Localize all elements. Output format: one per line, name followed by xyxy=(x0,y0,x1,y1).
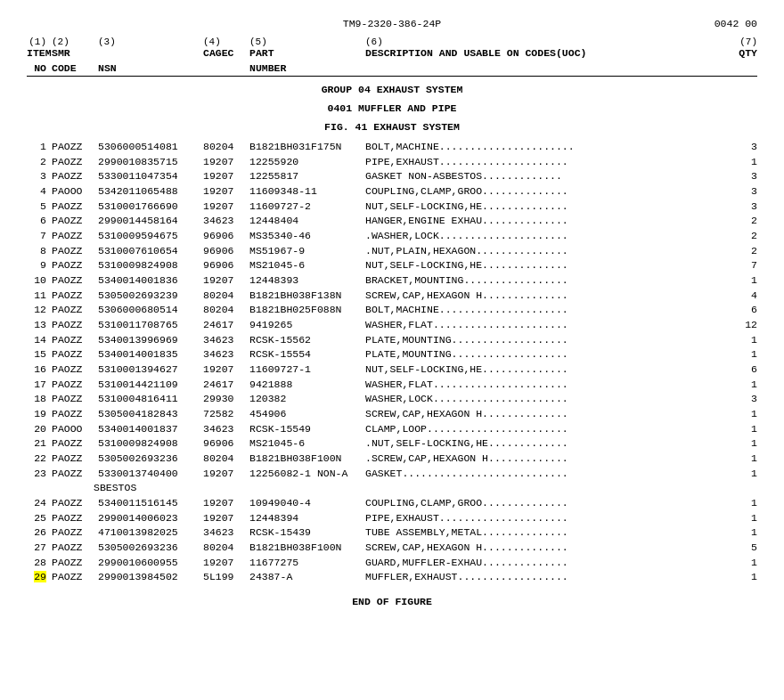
quantity: 1 xyxy=(731,378,757,393)
part-number: RCSK-15439 xyxy=(249,525,355,541)
col-num-6: (6) xyxy=(355,37,731,47)
smr-code: PAOZZ xyxy=(52,525,98,541)
col-num-3: (3) xyxy=(98,37,203,47)
nsn: 5340014001836 xyxy=(98,273,203,289)
col-label-desc: DESCRIPTION AND USABLE ON CODES(UOC) xyxy=(355,47,731,59)
part-number: MS21045-6 xyxy=(249,258,355,273)
smr-code: PAOZZ xyxy=(52,496,98,511)
item-number: 3 xyxy=(27,169,52,184)
col-label-qty2 xyxy=(731,62,757,74)
part-number: 11609348-11 xyxy=(249,184,355,199)
part-number: 11677275 xyxy=(249,556,355,571)
description: COUPLING,CLAMP,GROO.............. xyxy=(355,496,731,511)
group-title: GROUP 04 EXHAUST SYSTEM xyxy=(27,84,757,95)
table-row: 8PAOZZ531000761065496906MS51967-9.NUT,PL… xyxy=(27,244,757,259)
nsn: 5310009594675 xyxy=(98,229,203,244)
item-number: 1 xyxy=(27,140,52,155)
smr-code: PAOZZ xyxy=(52,199,98,215)
smr-code: PAOZZ xyxy=(52,436,98,452)
smr-code: PAOZZ xyxy=(52,511,98,526)
part-number: 11609727-1 xyxy=(249,362,355,378)
cagec: 5L199 xyxy=(203,570,249,585)
table-row: 22PAOZZ530500269323680204B1821BH038F100N… xyxy=(27,452,757,467)
cagec: 19207 xyxy=(203,511,249,526)
cagec: 24617 xyxy=(203,378,249,393)
table-row: 7PAOZZ531000959467596906MS35340-46.WASHE… xyxy=(27,229,757,244)
quantity: 5 xyxy=(731,541,757,556)
item-number: 23 xyxy=(27,467,52,482)
description: PLATE,MOUNTING................... xyxy=(355,347,731,362)
table-row: 21PAOZZ531000982490896906MS21045-6.NUT,S… xyxy=(27,436,757,452)
part-number: B1821BH038F100N xyxy=(249,452,355,467)
nsn: 5310001766690 xyxy=(98,199,203,215)
table-row: 1PAOZZ530600051408180204B1821BH031F175NB… xyxy=(27,140,757,155)
smr-code: PAOZZ xyxy=(52,140,98,155)
col-label-number: NUMBER xyxy=(249,62,355,74)
nsn: 5340013996969 xyxy=(98,333,203,348)
table-row: 27PAOZZ530500269323680204B1821BH038F100N… xyxy=(27,541,757,556)
cagec: 19207 xyxy=(203,556,249,571)
table-row: 5PAOZZ53100017666901920711609727-2NUT,SE… xyxy=(27,199,757,215)
quantity: 6 xyxy=(731,303,757,318)
smr-code: PAOOO xyxy=(52,422,98,437)
item-number: 19 xyxy=(27,407,52,422)
nsn: 5305004182843 xyxy=(98,407,203,422)
table-row: 15PAOZZ534001400183534623RCSK-15554PLATE… xyxy=(27,347,757,362)
cagec: 19207 xyxy=(203,199,249,215)
doc-number: TM9-2320-386-24P xyxy=(343,18,441,29)
item-number: 9 xyxy=(27,258,52,273)
table-row: 23PAOZZ53300137404001920712256082-1 NON-… xyxy=(27,467,757,482)
cagec: 19207 xyxy=(203,184,249,199)
quantity: 1 xyxy=(731,273,757,289)
nsn: 5310011708765 xyxy=(98,318,203,333)
part-number: MS21045-6 xyxy=(249,436,355,452)
quantity: 3 xyxy=(731,184,757,199)
description: GUARD,MUFFLER-EXHAU.............. xyxy=(355,556,731,571)
cagec: 29930 xyxy=(203,392,249,407)
cagec: 24617 xyxy=(203,318,249,333)
description: .NUT,SELF-LOCKING,HE............. xyxy=(355,436,731,452)
cagec: 80204 xyxy=(203,140,249,155)
table-row: 20PAOOO534001400183734623RCSK-15549CLAMP… xyxy=(27,422,757,437)
item-number: 11 xyxy=(27,289,52,304)
item-number: 20 xyxy=(27,422,52,437)
description: PLATE,MOUNTING................... xyxy=(355,333,731,348)
parts-table: 1PAOZZ530600051408180204B1821BH031F175NB… xyxy=(27,140,757,585)
description: WASHER,LOCK...................... xyxy=(355,392,731,407)
description: MUFFLER,EXHAUST.................. xyxy=(355,570,731,585)
col-label-nsn xyxy=(98,47,203,59)
quantity: 1 xyxy=(731,407,757,422)
item-number: 2 xyxy=(27,155,52,170)
col-label-nsn2: NSN xyxy=(98,62,203,74)
table-row: 14PAOZZ534001399696934623RCSK-15562PLATE… xyxy=(27,333,757,348)
part-number: 12448404 xyxy=(249,214,355,229)
smr-code: PAOZZ xyxy=(52,570,98,585)
part-number: 12255817 xyxy=(249,169,355,184)
cagec: 19207 xyxy=(203,496,249,511)
smr-code: PAOZZ xyxy=(52,229,98,244)
quantity: 1 xyxy=(731,333,757,348)
nsn: 2990010835715 xyxy=(98,155,203,170)
cagec: 19207 xyxy=(203,467,249,482)
item-number: 4 xyxy=(27,184,52,199)
table-row: 25PAOZZ29900140060231920712448394PIPE,EX… xyxy=(27,511,757,526)
header-center: TM9-2320-386-24P xyxy=(98,18,686,29)
smr-code: PAOZZ xyxy=(52,258,98,273)
nsn: 2990014006023 xyxy=(98,511,203,526)
table-row: 16PAOZZ53100013946271920711609727-1NUT,S… xyxy=(27,362,757,378)
quantity: 1 xyxy=(731,436,757,452)
smr-code: PAOZZ xyxy=(52,318,98,333)
part-number: 9419265 xyxy=(249,318,355,333)
cagec: 96906 xyxy=(203,229,249,244)
cagec: 19207 xyxy=(203,155,249,170)
table-row: 4PAOOO53420110654881920711609348-11COUPL… xyxy=(27,184,757,199)
table-row: 10PAOZZ53400140018361920712448393BRACKET… xyxy=(27,273,757,289)
item-number: 25 xyxy=(27,511,52,526)
part-number: 454906 xyxy=(249,407,355,422)
nsn: 5310001394627 xyxy=(98,362,203,378)
nsn: 2990013984502 xyxy=(98,570,203,585)
cagec: 80204 xyxy=(203,541,249,556)
table-row: 12PAOZZ530600068051480204B1821BH025F088N… xyxy=(27,303,757,318)
smr-code: PAOZZ xyxy=(52,244,98,259)
smr-code: PAOOO xyxy=(52,184,98,199)
